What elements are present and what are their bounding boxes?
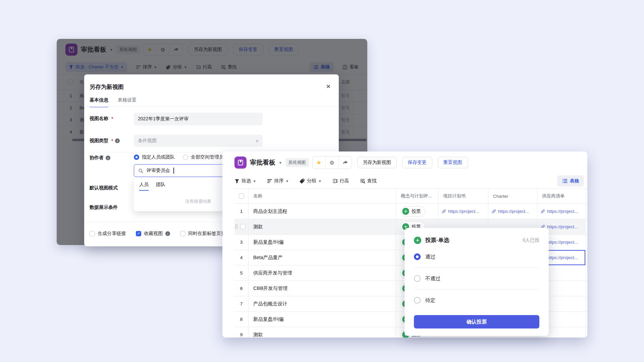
vote-option-fail[interactable]: 不通过	[414, 268, 539, 290]
title-caret-icon[interactable]: ▾	[279, 161, 281, 165]
vote-count: 0人已投	[523, 237, 539, 243]
row-number: 3	[234, 235, 248, 250]
row-name: 供应商开发与管理	[248, 265, 396, 281]
radio-selected-icon	[134, 155, 139, 160]
radio-specified-people[interactable]: 指定人员或团队	[134, 154, 175, 160]
view-name-label: 视图名称*	[90, 116, 113, 122]
modal-title: 另存为新视图	[90, 83, 124, 91]
row-name: 商品企划主流程	[248, 204, 396, 219]
row-number: 9	[234, 327, 248, 338]
plan-column-header: 项目计划书	[438, 189, 488, 203]
table-row[interactable]: 1 商品企划主流程 投票 https://project... https://…	[234, 204, 587, 219]
row-number: 7	[234, 296, 248, 311]
view-type-label: 视图类型*	[90, 138, 120, 144]
sort-button[interactable]: 排序 ▾	[267, 178, 289, 184]
caret-down-icon: ▾	[286, 179, 288, 183]
supplier-column-header: 供应商清单	[537, 189, 586, 203]
filter-funnel-icon	[234, 179, 239, 184]
row-number: 5	[234, 265, 248, 281]
table-list-icon	[562, 178, 568, 184]
modal-footer-options: 生成分享链接 收藏视图 同时在新标签页打开	[90, 231, 230, 237]
front-window-header: 审批看板 ▾ 系统视图 ★ ⚙ 另存为新视图 保存变更 重置视图	[222, 152, 587, 174]
row-checkbox[interactable]	[240, 224, 246, 229]
tab-team[interactable]: 团队	[156, 182, 165, 191]
save-changes-button[interactable]: 保存变更	[402, 157, 432, 168]
modal-tabs: 基本信息 表格设置	[90, 97, 137, 107]
supplier-link[interactable]: https://project...	[537, 204, 586, 219]
view-action-group: ★ ⚙	[312, 156, 352, 169]
desktop-canvas: 审批看板 ▾ 系统视图 ★ ⚙ 另存为新视图 保存变更 重置视图 筛选 · Ch…	[0, 0, 644, 362]
name-column-header: 名称	[248, 189, 396, 203]
tab-basic-info[interactable]: 基本信息	[90, 97, 108, 107]
favorite-star-icon[interactable]: ★	[313, 157, 325, 169]
search-icon	[138, 168, 143, 173]
chevron-down-icon: ∨	[256, 138, 259, 143]
caret-down-icon: ▾	[254, 179, 256, 183]
radio-icon	[414, 275, 421, 282]
plan-link[interactable]: https://project...	[438, 204, 488, 219]
reset-view-button[interactable]: 重置视图	[438, 157, 468, 168]
row-name: CBB开发与管理	[248, 281, 396, 296]
tab-people[interactable]: 人员	[139, 182, 149, 191]
divider	[84, 107, 339, 107]
vote-popup: 投票·单选 0人已投 通过 不通过 待定 确认投票	[405, 228, 549, 336]
row-name: 新品复盘/纠偏	[248, 312, 396, 327]
vote-popup-header: 投票·单选 0人已投	[414, 237, 539, 244]
concept-column-header: 概念与计划评...	[396, 189, 438, 203]
row-height-icon	[332, 178, 338, 184]
vote-option-pass[interactable]: 通过	[414, 246, 539, 268]
row-number: 4	[234, 250, 248, 265]
checkbox-icon	[90, 231, 95, 236]
view-name-input[interactable]: 2022年1季度第一次评审	[134, 113, 263, 125]
group-button[interactable]: 分组 ▾	[300, 178, 322, 184]
find-button[interactable]: 查找	[360, 178, 377, 184]
find-in-table-icon	[360, 178, 365, 184]
link-icon	[442, 209, 446, 214]
save-as-new-view-button[interactable]: 另存为新视图	[357, 157, 397, 168]
link-icon	[492, 209, 496, 214]
drag-handle-icon[interactable]	[235, 224, 238, 230]
settings-gear-icon[interactable]: ⚙	[325, 157, 338, 169]
share-link-checkbox[interactable]: 生成分享链接	[90, 231, 126, 237]
collaborator-label: 协作者	[90, 155, 110, 161]
caret-down-icon: ▾	[319, 179, 321, 183]
row-name: 测款	[248, 327, 396, 338]
info-icon	[165, 231, 170, 236]
system-view-badge: 系统视图	[285, 158, 309, 167]
table-header-row: 名称 概念与计划评... 项目计划书 Charter 供应商清单	[234, 189, 587, 204]
plus-icon	[414, 237, 421, 244]
row-number: 8	[234, 312, 248, 327]
data-condition-label: 数据展示条件	[90, 204, 118, 210]
default-view-mode-label: 默认视图模式	[90, 185, 118, 191]
row-name: 测款	[248, 219, 396, 234]
row-height-button[interactable]: 行高	[332, 178, 349, 184]
tab-table-settings[interactable]: 表格设置	[118, 97, 137, 107]
link-icon	[541, 209, 545, 214]
vote-option-pending[interactable]: 待定	[414, 290, 539, 311]
confirm-vote-button[interactable]: 确认投票	[414, 315, 539, 328]
view-type-select[interactable]: 条件视图 ∨	[134, 135, 263, 147]
tag-icon	[300, 178, 305, 184]
checkbox-checked-icon	[136, 231, 141, 236]
row-name: 产品包概念设计	[248, 296, 396, 311]
radio-selected-icon	[414, 253, 421, 260]
radio-icon	[414, 297, 421, 304]
favorite-view-checkbox[interactable]: 收藏视图	[136, 231, 170, 237]
vote-button[interactable]: 投票	[400, 206, 425, 217]
row-number: 1	[234, 204, 248, 219]
charter-link[interactable]: https://project...	[488, 204, 537, 219]
sort-icon	[267, 178, 272, 184]
checkbox-icon	[180, 231, 185, 236]
plus-icon	[402, 208, 409, 215]
share-icon[interactable]	[338, 157, 352, 169]
charter-column-header: Charter	[488, 189, 537, 203]
front-window-toolbar: 筛选 ▾ 排序 ▾ 分组 ▾ 行高 查找	[222, 174, 587, 188]
select-all-checkbox[interactable]	[239, 193, 244, 199]
close-icon[interactable]: ✕	[326, 83, 331, 90]
text-cursor	[173, 168, 174, 174]
filter-button[interactable]: 筛选 ▾	[234, 178, 256, 184]
info-icon	[106, 156, 110, 160]
table-view-toggle[interactable]: 表格	[557, 175, 584, 187]
row-name: 新品复盘/纠偏	[248, 235, 396, 250]
row-number: 6	[234, 281, 248, 296]
